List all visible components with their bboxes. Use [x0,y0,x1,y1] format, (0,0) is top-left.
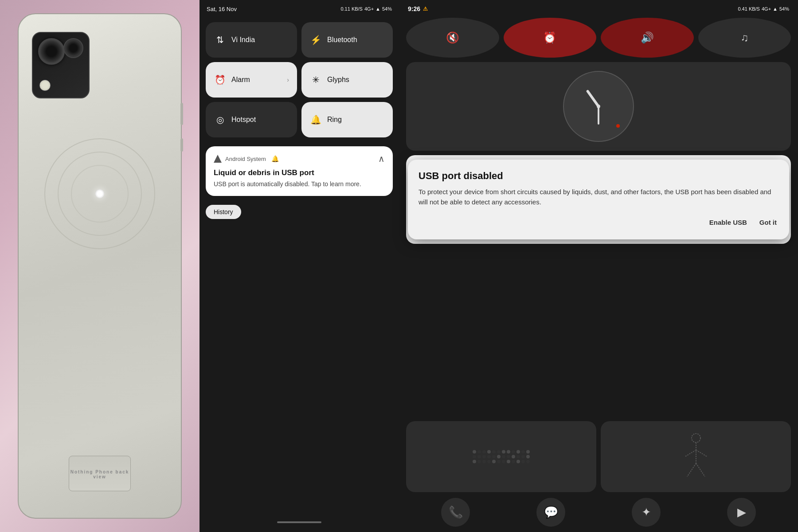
top-icon-row: 🔇 ⏰ 🔊 ♫ [399,18,798,58]
dot [482,460,486,463]
android-system-icon [214,155,222,163]
clock-widget [406,62,791,151]
notif-app-name: Android System [225,156,266,162]
svg-line-0 [588,91,598,106]
svg-line-5 [685,450,696,457]
side-button-power[interactable] [180,103,183,125]
quick-tiles: ⇅ Vi India ⚡ Bluetooth ⏰ Alarm › ✳ Glyph… [200,18,399,142]
dot [516,455,520,458]
bottom-connector: Nothing Phone back view [69,456,131,491]
right-time: 9:26 [408,5,420,12]
notif-body: USB port is automatically disabled. Tap … [214,180,385,189]
phone-back: Nothing Phone back view [18,13,182,519]
spotify-icon: ♫ [740,31,748,44]
dot [487,455,491,458]
dot [497,450,501,454]
side-button-volume[interactable] [180,138,183,152]
got-it-button[interactable]: Got it [758,216,778,229]
glyphs-icon: ✳ [309,74,322,85]
svg-line-6 [696,450,707,457]
scroll-indicator [277,521,321,523]
right-speed: 0.41 KB/S [738,6,760,12]
dot [492,455,496,458]
history-button[interactable]: History [206,205,241,219]
dot [526,455,530,458]
dot [516,450,520,454]
dot [477,455,481,458]
dock-chat-button[interactable]: 💬 [536,498,565,527]
tile-hotspot-label: Hotspot [231,116,256,124]
dot [487,460,491,463]
volume-icon-btn[interactable]: 🔊 [601,18,694,58]
volume-icon: 🔊 [641,31,654,44]
svg-line-8 [696,463,705,477]
camera-flash [39,80,51,91]
right-status-left: 9:26 ⚠ [408,5,428,12]
network-indicator: 4G+ [364,6,374,12]
alarm-icon-btn[interactable]: ⏰ [504,18,597,58]
tile-vi-india[interactable]: ⇅ Vi India [206,22,297,58]
status-bar-middle: Sat, 16 Nov 0.11 KB/S 4G+ ▲ 54% [200,0,399,18]
clock-face [563,71,634,142]
dock-fan-button[interactable]: ✦ [632,498,661,527]
dot [473,460,476,463]
dot [507,450,510,454]
tile-ring[interactable]: 🔔 Ring [301,102,393,137]
dot [507,455,510,458]
data-transfer-icon: ⇅ [214,35,226,45]
youtube-icon: ▶ [737,505,746,519]
speed-indicator: 0.11 KB/S [340,6,363,12]
svg-point-3 [692,434,700,442]
dot [521,455,525,458]
dock-youtube-button[interactable]: ▶ [727,498,756,527]
tile-alarm[interactable]: ⏰ Alarm › [206,62,297,98]
dot [526,450,530,454]
clock-svg [564,72,633,141]
dot [497,460,501,463]
dot-matrix [473,450,530,463]
dock-phone-button[interactable]: 📞 [441,498,470,527]
usb-dialog-title: USB port disabled [419,170,778,182]
warning-icon: ⚠ [423,6,428,12]
dot [492,460,496,463]
dot-map-widget [406,421,596,492]
notification-area: Android System 🔔 ∧ Liquid or debris in U… [200,142,399,532]
dot [512,460,515,463]
dot [507,460,510,463]
wireless-center [95,189,104,198]
hotspot-icon: ◎ [214,114,226,125]
middle-panel: Sat, 16 Nov 0.11 KB/S 4G+ ▲ 54% ⇅ Vi Ind… [200,0,399,532]
notif-collapse-button[interactable]: ∧ [378,153,385,164]
tile-bluetooth[interactable]: ⚡ Bluetooth [301,22,393,58]
signal-icon: ▲ [376,6,380,12]
usb-dialog: USB port disabled To protect your device… [408,160,789,239]
spotify-icon-btn[interactable]: ♫ [698,18,791,58]
dot [512,450,515,454]
tile-bluetooth-label: Bluetooth [327,36,357,44]
dot [497,455,501,458]
mute-icon-btn[interactable]: 🔇 [406,18,499,58]
bluetooth-icon: ⚡ [309,35,322,45]
notification-card[interactable]: Android System 🔔 ∧ Liquid or debris in U… [206,146,393,196]
enable-usb-button[interactable]: Enable USB [708,216,749,229]
tile-alarm-label: Alarm [231,76,250,84]
usb-dialog-actions: Enable USB Got it [419,216,778,229]
tile-glyphs-label: Glyphs [327,76,349,84]
clock-alarm-icon: ⏰ [543,31,556,44]
right-signal-icon: ▲ [773,6,778,12]
alarm-icon: ⏰ [214,74,226,85]
notif-header: Android System 🔔 ∧ [214,153,385,164]
status-bar-right: 9:26 ⚠ 0.41 KB/S 4G+ ▲ 54% [399,0,798,18]
tile-ring-label: Ring [327,116,342,124]
left-panel: Nothing Phone back view [0,0,200,532]
right-battery: 54% [779,6,789,12]
tile-hotspot[interactable]: ◎ Hotspot [206,102,297,137]
battery-indicator: 54% [382,6,392,12]
dot [482,450,486,454]
dot [512,455,515,458]
nothing-logo: Nothing Phone back view [69,469,130,479]
tile-glyphs[interactable]: ✳ Glyphs [301,62,393,98]
status-time: Sat, 16 Nov [207,6,237,12]
right-status-right: 0.41 KB/S 4G+ ▲ 54% [738,6,789,12]
dot [516,460,520,463]
